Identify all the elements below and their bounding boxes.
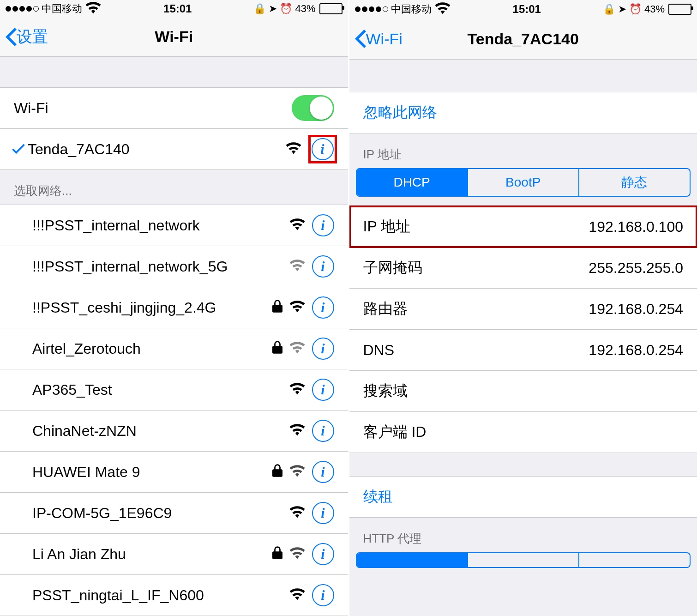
renew-label: 续租 [363,487,393,507]
forget-network-button[interactable]: 忽略此网络 [349,92,697,133]
wifi-signal-icon [285,141,302,158]
ip-row-key: 客户端 ID [363,422,684,442]
clock: 15:01 [163,2,192,15]
ip-mode-segmented[interactable]: DHCP BootP 静态 [356,168,691,197]
connected-network-name: Tenda_7AC140 [28,141,285,158]
ip-row-key: IP 地址 [363,217,589,237]
signal-strength-icon [355,6,388,12]
ip-row-key: 搜索域 [363,381,684,401]
ip-detail-row[interactable]: IP 地址192.168.0.100 [349,206,697,248]
status-bar: 中国移动 15:01 🔒 ➤ ⏰ 43% [0,0,348,18]
battery-icon [318,3,342,14]
renew-lease-button[interactable]: 续租 [349,476,697,518]
network-name: !!PSST_ceshi_jingjing_2.4G [32,299,272,316]
ip-section-header: IP 地址 [349,133,697,168]
network-row[interactable]: !!!PSST_internal_network_5G i [0,246,348,287]
network-row[interactable]: !!!PSST_internal_network i [0,205,348,246]
carrier-label: 中国移动 [42,2,82,16]
tab-proxy-off[interactable] [357,553,468,567]
back-button[interactable]: 设置 [6,26,48,48]
battery-pct: 43% [644,3,665,15]
network-name: HUAWEI Mate 9 [32,464,272,481]
wifi-signal-icon [289,464,306,481]
network-name: ChinaNet-zNZN [32,423,289,440]
nav-bar: 设置 Wi-Fi [0,18,348,57]
lock-icon [272,299,282,316]
ip-row-value: 192.168.0.254 [589,301,683,318]
rotation-lock-icon: 🔒 [603,3,615,15]
info-icon[interactable]: i [312,214,334,236]
tab-dhcp[interactable]: DHCP [357,169,468,196]
wifi-signal-icon [289,299,306,316]
page-title: Wi-Fi [6,28,342,46]
wifi-signal-icon [289,546,306,563]
wifi-signal-icon [289,505,306,522]
network-row[interactable]: ChinaNet-zNZN i [0,411,348,452]
network-name: PSST_ningtai_L_IF_N600 [32,587,289,604]
tab-proxy-auto[interactable] [579,553,690,567]
connected-network-row[interactable]: Tenda_7AC140 i [0,129,348,170]
battery-icon [667,4,691,15]
wifi-toggle-label: Wi-Fi [14,100,292,117]
tab-static[interactable]: 静态 [579,169,690,196]
tab-bootp[interactable]: BootP [468,169,579,196]
wifi-signal-icon [289,340,306,357]
tab-proxy-manual[interactable] [468,553,579,567]
ip-row-value: 255.255.255.0 [589,260,683,277]
info-icon[interactable]: i [312,138,334,160]
wifi-toggle-row[interactable]: Wi-Fi [0,87,348,129]
network-name: IP-COM-5G_1E96C9 [32,505,289,522]
network-row[interactable]: PSST_ningtai_L_IF_N600 i [0,575,348,616]
network-row[interactable]: HUAWEI Mate 9 i [0,452,348,493]
network-row[interactable]: IP-COM-5G_1E96C9 i [0,493,348,534]
wifi-detail-screen: 中国移动 15:01 🔒 ➤ ⏰ 43% Wi-Fi Tenda_7AC140 [349,0,697,616]
wifi-signal-icon [289,423,306,440]
info-icon[interactable]: i [312,296,334,319]
choose-network-header: 选取网络... [0,170,348,205]
signal-strength-icon [6,6,39,12]
info-icon[interactable]: i [312,379,334,401]
ip-detail-row[interactable]: 客户端 ID [349,412,697,453]
network-name: Li An Jian Zhu [32,546,272,563]
ip-detail-row[interactable]: 路由器192.168.0.254 [349,289,697,330]
lock-icon [272,464,282,481]
alarm-icon: ⏰ [629,3,642,15]
proxy-segmented[interactable] [356,552,691,568]
wifi-signal-icon [289,381,306,399]
rotation-lock-icon: 🔒 [253,3,266,15]
info-icon[interactable]: i [312,255,334,278]
battery-pct: 43% [295,3,315,15]
back-label: 设置 [17,26,48,48]
network-row[interactable]: !!PSST_ceshi_jingjing_2.4G i [0,287,348,328]
back-label: Wi-Fi [366,30,403,48]
info-icon[interactable]: i [312,420,334,442]
checkmark-icon [9,144,28,155]
ip-row-value: 192.168.0.100 [589,218,683,236]
alarm-icon: ⏰ [280,3,292,15]
network-row[interactable]: Airtel_Zerotouch i [0,328,348,369]
network-row[interactable]: Li An Jian Zhu i [0,534,348,575]
ip-row-value: 192.168.0.254 [589,342,683,359]
ip-detail-row[interactable]: DNS192.168.0.254 [349,330,697,371]
info-icon[interactable]: i [312,543,334,565]
wifi-status-icon [85,1,102,17]
wifi-toggle[interactable] [292,95,334,121]
wifi-signal-icon [289,258,306,275]
ip-detail-row[interactable]: 搜索域 [349,371,697,412]
carrier-label: 中国移动 [391,2,432,16]
network-name: AP365_Test [32,381,289,399]
highlight-box: i [308,135,337,163]
info-icon[interactable]: i [312,502,334,524]
network-row[interactable]: AP365_Test i [0,369,348,411]
lock-icon [272,546,282,563]
wifi-status-icon [434,1,451,17]
info-icon[interactable]: i [312,461,334,483]
info-icon[interactable]: i [312,584,334,606]
ip-row-key: 路由器 [363,299,589,319]
nav-bar: Wi-Fi Tenda_7AC140 [349,18,697,60]
wifi-signal-icon [289,217,306,234]
ip-detail-row[interactable]: 子网掩码255.255.255.0 [349,248,697,289]
back-button[interactable]: Wi-Fi [355,30,403,48]
location-icon: ➤ [269,3,277,15]
info-icon[interactable]: i [312,338,334,360]
